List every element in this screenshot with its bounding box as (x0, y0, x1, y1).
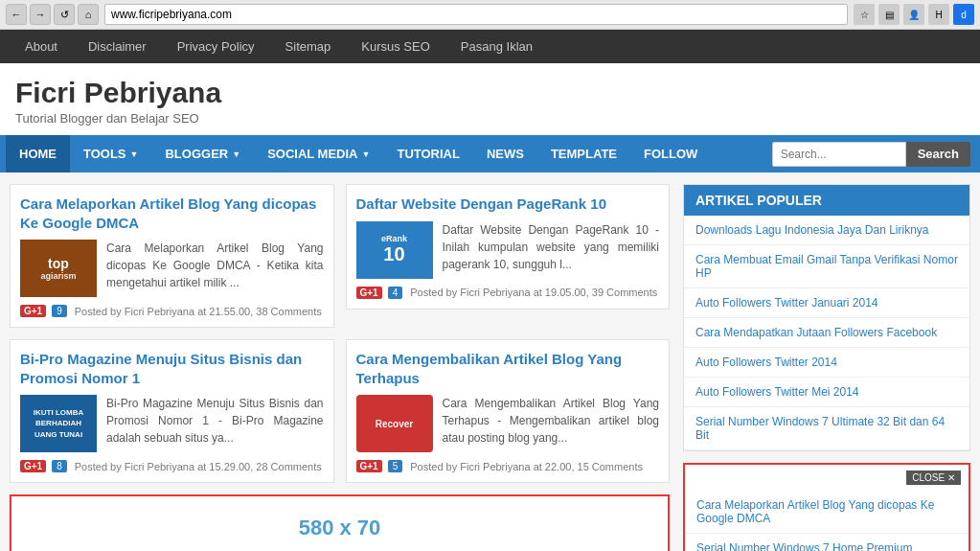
post-2-title[interactable]: Daftar Website Dengan PageRank 10 (356, 195, 660, 214)
home-button[interactable]: ⌂ (78, 4, 99, 25)
bookmark-icon[interactable]: ▤ (878, 4, 900, 25)
browser-nav-buttons: ← → ↺ ⌂ (6, 4, 99, 25)
nav-privacy[interactable]: Privacy Policy (162, 30, 270, 63)
post-4-meta-text: Posted by Ficri Pebriyana at 22.00, 15 C… (410, 461, 643, 472)
post-card-4: Cara Mengembalikan Artikel Blog Yang Ter… (346, 339, 671, 494)
browser-toolbar-icons: ☆ ▤ 👤 H d (854, 4, 974, 25)
post-3-count: 8 (52, 460, 67, 472)
nav-about[interactable]: About (10, 30, 73, 63)
sidebar-popup: CLOSE ✕ Cara Melaporkan Artikel Blog Yan… (683, 463, 970, 551)
post-4-count: 5 (388, 460, 403, 472)
post-3-meta: G+1 8 Posted by Ficri Pebriyana at 15.29… (20, 460, 324, 472)
list-item: Cara Mendapatkan Jutaan Followers Facebo… (684, 318, 969, 348)
post-2-thumb: eRank 10 (356, 221, 433, 279)
list-item: Serial Number Windows 7 Ultimate 32 Bit … (684, 407, 969, 450)
post-2-meta-text: Posted by Ficri Pebriyana at 19.05.00, 3… (410, 287, 657, 298)
list-item: Cara Melaporkan Artikel Blog Yang dicopa… (685, 491, 969, 534)
post-2-body: eRank 10 Daftar Website Dengan PageRank … (356, 221, 660, 279)
post-3: Bi-Pro Magazine Menuju Situs Bisnis dan … (10, 339, 334, 483)
post-3-title[interactable]: Bi-Pro Magazine Menuju Situs Bisnis dan … (20, 350, 324, 387)
list-item: Auto Followers Twitter Januari 2014 (684, 288, 969, 318)
post-2-meta: G+1 4 Posted by Ficri Pebriyana at 19.05… (356, 287, 660, 299)
ad-banner: 580 x 70 (10, 494, 670, 551)
nav-disclaimer[interactable]: Disclaimer (73, 30, 162, 63)
sidebar-link-1[interactable]: Cara Membuat Email Gmail Tanpa Verifikas… (684, 245, 969, 287)
post-3-thumb: IKUTI LOMBABERHADIAHUANG TUNAI (20, 395, 97, 452)
content-area: Cara Melaporkan Artikel Blog Yang dicopa… (0, 172, 980, 551)
popup-link-1[interactable]: Serial Number Windows 7 Home Premium (685, 534, 969, 551)
post-4-thumb: Recover (356, 395, 433, 452)
forward-button[interactable]: → (30, 4, 51, 25)
top-navigation: About Disclaimer Privacy Policy Sitemap … (0, 30, 980, 63)
sidebar-link-6[interactable]: Serial Number Windows 7 Ultimate 32 Bit … (684, 407, 969, 449)
post-row-2: Bi-Pro Magazine Menuju Situs Bisnis dan … (10, 339, 670, 494)
post-1-excerpt: Cara Melaporkan Artikel Blog Yang dicopa… (106, 240, 324, 291)
thumb-top-text: top (48, 256, 69, 271)
post-card-1: Cara Melaporkan Artikel Blog Yang dicopa… (10, 184, 334, 339)
ext-icon1[interactable]: H (928, 4, 949, 25)
recover-text: Recover (376, 419, 413, 429)
sidebar: ARTIKEL POPULER Downloads Lagu Indonesia… (683, 184, 970, 551)
reload-button[interactable]: ↺ (54, 4, 75, 25)
nav-follow[interactable]: FOLLOW (630, 135, 711, 172)
post-1-count: 9 (52, 305, 67, 317)
post-row-1: Cara Melaporkan Artikel Blog Yang dicopa… (10, 184, 670, 339)
search-input[interactable] (772, 142, 906, 167)
list-item: Auto Followers Twitter 2014 (684, 348, 969, 378)
nav-blogger[interactable]: BLOGGER ▼ (151, 135, 254, 172)
site-title: Ficri Pebriyana (15, 77, 965, 109)
browser-chrome: ← → ↺ ⌂ ☆ ▤ 👤 H d (0, 0, 980, 30)
nav-pasang[interactable]: Pasang Iklan (445, 30, 548, 63)
popup-list: Cara Melaporkan Artikel Blog Yang dicopa… (685, 491, 969, 551)
sidebar-link-4[interactable]: Auto Followers Twitter 2014 (684, 348, 969, 377)
post-3-excerpt: Bi-Pro Magazine Menuju Situs Bisnis dan … (106, 395, 324, 447)
post-card-3: Bi-Pro Magazine Menuju Situs Bisnis dan … (10, 339, 334, 494)
post-1-meta-text: Posted by Ficri Pebriyana at 21.55.00, 3… (75, 306, 322, 317)
nav-template[interactable]: TEMPLATE (537, 135, 630, 172)
post-2: Daftar Website Dengan PageRank 10 eRank … (346, 184, 671, 310)
search-box: Search (772, 142, 970, 167)
post-4-g1: G+1 (356, 460, 382, 472)
address-bar[interactable] (104, 4, 848, 25)
post-4-title[interactable]: Cara Mengembalikan Artikel Blog Yang Ter… (356, 350, 660, 387)
sidebar-link-2[interactable]: Auto Followers Twitter Januari 2014 (684, 288, 969, 317)
user-icon[interactable]: 👤 (903, 4, 924, 25)
nav-social[interactable]: SOCIAL MEDIA ▼ (254, 135, 383, 172)
list-item: Downloads Lagu Indonesia Jaya Dan Lirikn… (684, 216, 969, 245)
main-navigation: HOME TOOLS ▼ BLOGGER ▼ SOCIAL MEDIA ▼ TU… (0, 135, 980, 172)
list-item: Cara Membuat Email Gmail Tanpa Verifikas… (684, 245, 969, 288)
nav-kursus[interactable]: Kursus SEO (346, 30, 445, 63)
thumb-agiarism: agiarism (40, 271, 76, 281)
bipro-text: IKUTI LOMBABERHADIAHUANG TUNAI (34, 407, 83, 440)
nav-tutorial[interactable]: TUTORIAL (383, 135, 472, 172)
sidebar-popular: ARTIKEL POPULER Downloads Lagu Indonesia… (683, 184, 970, 451)
post-4-body: Recover Cara Mengembalikan Artikel Blog … (356, 395, 660, 452)
search-button[interactable]: Search (906, 142, 970, 167)
post-1-meta: G+1 9 Posted by Ficri Pebriyana at 21.55… (20, 305, 324, 317)
close-button[interactable]: CLOSE ✕ (906, 471, 961, 485)
popup-link-0[interactable]: Cara Melaporkan Artikel Blog Yang dicopa… (685, 491, 969, 533)
sidebar-list: Downloads Lagu Indonesia Jaya Dan Lirikn… (684, 216, 969, 450)
post-4-meta: G+1 5 Posted by Ficri Pebriyana at 22.00… (356, 460, 660, 472)
post-1: Cara Melaporkan Artikel Blog Yang dicopa… (10, 184, 334, 328)
ext-icon2[interactable]: d (953, 4, 974, 25)
post-2-g1: G+1 (356, 287, 382, 299)
sidebar-link-5[interactable]: Auto Followers Twitter Mei 2014 (684, 378, 969, 406)
post-3-g1: G+1 (20, 460, 46, 472)
main-content: Cara Melaporkan Artikel Blog Yang dicopa… (10, 184, 683, 551)
post-2-count: 4 (388, 287, 403, 299)
post-1-title[interactable]: Cara Melaporkan Artikel Blog Yang dicopa… (20, 195, 324, 232)
sidebar-link-3[interactable]: Cara Mendapatkan Jutaan Followers Facebo… (684, 318, 969, 347)
list-item: Serial Number Windows 7 Home Premium (685, 534, 969, 551)
nav-sitemap[interactable]: Sitemap (270, 30, 347, 63)
back-button[interactable]: ← (6, 4, 27, 25)
nav-tools[interactable]: TOOLS ▼ (70, 135, 151, 172)
sidebar-link-0[interactable]: Downloads Lagu Indonesia Jaya Dan Lirikn… (684, 216, 969, 244)
post-1-g1: G+1 (20, 305, 46, 317)
popup-header: CLOSE ✕ (685, 465, 969, 491)
post-4: Cara Mengembalikan Artikel Blog Yang Ter… (346, 339, 671, 483)
star-icon[interactable]: ☆ (854, 4, 875, 25)
nav-news[interactable]: NEWS (473, 135, 537, 172)
nav-home[interactable]: HOME (6, 135, 70, 172)
site-header: Ficri Pebriyana Tutorial Blogger dan Bel… (0, 63, 980, 135)
